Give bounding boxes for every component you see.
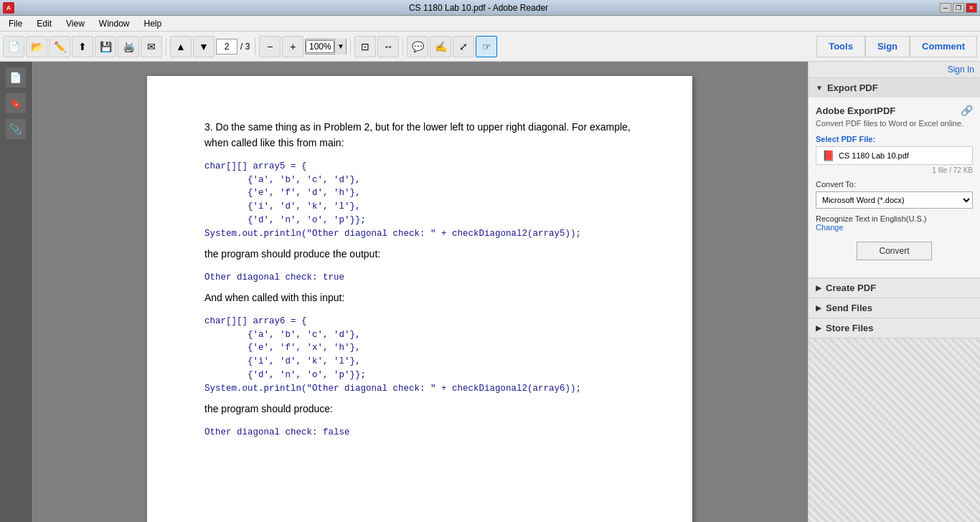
panel-empty-area bbox=[809, 338, 980, 522]
sign-tab[interactable]: Sign bbox=[865, 36, 910, 57]
save-button[interactable]: 💾 bbox=[95, 36, 116, 57]
create-pdf-label: Create PDF bbox=[826, 283, 876, 293]
page-separator: / 3 bbox=[239, 42, 251, 52]
pages-panel-icon[interactable]: 📄 bbox=[6, 67, 26, 87]
pdf-paragraph-2: the program should produce the output: bbox=[204, 246, 635, 262]
zoom-input[interactable] bbox=[306, 40, 334, 53]
convert-to-select[interactable]: Microsoft Word (*.docx) Microsoft Excel … bbox=[816, 191, 973, 209]
menu-file[interactable]: File bbox=[3, 17, 28, 30]
pdf-file-info: 1 file / 72 KB bbox=[816, 166, 973, 174]
pdf-viewer-area[interactable]: 3. Do the same thing as in Problem 2, bu… bbox=[32, 62, 808, 522]
store-files-arrow: ▶ bbox=[816, 324, 821, 332]
zoom-control: ▼ bbox=[305, 39, 347, 54]
toolbar: 📄 📂 ✏️ ⬆ 💾 🖨️ ✉ ▲ ▼ / 3 − + ▼ ⊡ ↔ 💬 ✍ ⤢ … bbox=[0, 32, 980, 62]
page-number-input[interactable] bbox=[216, 39, 237, 54]
menu-view[interactable]: View bbox=[60, 17, 90, 30]
send-files-arrow: ▶ bbox=[816, 304, 821, 312]
main-area: 📄 🔖 📎 3. Do the same thing as in Problem… bbox=[0, 62, 980, 522]
store-files-section[interactable]: ▶ Store Files bbox=[809, 318, 980, 338]
create-button[interactable]: 📄 bbox=[3, 36, 24, 57]
prev-page-button[interactable]: ▲ bbox=[170, 36, 192, 57]
comment-button[interactable]: 💬 bbox=[407, 36, 428, 57]
email-button[interactable]: ✉ bbox=[141, 36, 162, 57]
export-pdf-title: Export PDF bbox=[827, 82, 878, 93]
pdf-paragraph-1: 3. Do the same thing as in Problem 2, bu… bbox=[204, 119, 635, 151]
export-pdf-desc: Convert PDF files to Word or Excel onlin… bbox=[816, 119, 973, 128]
sign-in-bar[interactable]: Sign In bbox=[809, 62, 980, 78]
pdf-paragraph-3: And when called with this input: bbox=[204, 290, 635, 305]
markup-button[interactable]: ✍ bbox=[430, 36, 451, 57]
window-title: CS 1180 Lab 10.pdf - Adobe Reader bbox=[17, 3, 940, 13]
zoom-out-button[interactable]: − bbox=[259, 36, 281, 57]
send-files-section[interactable]: ▶ Send Files bbox=[809, 298, 980, 318]
export-pdf-section: ▼ Export PDF Adobe ExportPDF 🔗 Convert P… bbox=[809, 78, 980, 278]
pdf-code-2: Other diagonal check: true bbox=[204, 271, 635, 285]
create-pdf-arrow: ▶ bbox=[816, 284, 821, 292]
select-pdf-label[interactable]: Select PDF File: bbox=[816, 135, 973, 143]
close-button[interactable]: ✕ bbox=[966, 3, 977, 13]
right-panel: Sign In ▼ Export PDF Adobe ExportPDF 🔗 C… bbox=[808, 62, 980, 522]
change-link[interactable]: Change bbox=[816, 223, 973, 232]
print-button[interactable]: 🖨️ bbox=[118, 36, 139, 57]
app-icon: A bbox=[3, 2, 14, 14]
attachments-icon[interactable]: 📎 bbox=[6, 119, 26, 139]
pdf-code-4: Other diagonal check: false bbox=[204, 426, 635, 440]
menu-help[interactable]: Help bbox=[138, 17, 168, 30]
fit-page-button[interactable]: ⊡ bbox=[354, 36, 376, 57]
page-nav: / 3 bbox=[216, 39, 251, 54]
export-service-name: Adobe ExportPDF 🔗 bbox=[816, 105, 973, 116]
zoom-dropdown-arrow[interactable]: ▼ bbox=[334, 39, 346, 54]
title-bar: A CS 1180 Lab 10.pdf - Adobe Reader ─ ❐ … bbox=[0, 0, 980, 16]
export-pdf-content: Adobe ExportPDF 🔗 Convert PDF files to W… bbox=[809, 98, 980, 277]
separator-1 bbox=[166, 38, 166, 55]
bookmarks-icon[interactable]: 🔖 bbox=[6, 93, 26, 113]
expand-button[interactable]: ⤢ bbox=[453, 36, 474, 57]
pdf-code-1: char[][] array5 = { {'a', 'b', 'c', 'd'}… bbox=[204, 160, 635, 241]
minimize-button[interactable]: ─ bbox=[940, 3, 951, 13]
separator-3 bbox=[350, 38, 351, 55]
panel-tabs: Tools Sign Comment bbox=[816, 36, 977, 57]
next-page-button[interactable]: ▼ bbox=[193, 36, 215, 57]
window-controls: ─ ❐ ✕ bbox=[940, 3, 977, 13]
fit-width-button[interactable]: ↔ bbox=[377, 36, 399, 57]
separator-2 bbox=[255, 38, 255, 55]
export-service-link-icon[interactable]: 🔗 bbox=[961, 105, 973, 116]
send-button[interactable]: ⬆ bbox=[72, 36, 93, 57]
export-pdf-arrow: ▼ bbox=[816, 84, 823, 92]
open-button[interactable]: 📂 bbox=[26, 36, 47, 57]
menu-bar: File Edit View Window Help bbox=[0, 16, 980, 32]
zoom-in-button[interactable]: + bbox=[282, 36, 303, 57]
separator-4 bbox=[402, 38, 403, 55]
edit-button[interactable]: ✏️ bbox=[49, 36, 70, 57]
pdf-paragraph-4: the program should produce: bbox=[204, 401, 635, 417]
send-files-label: Send Files bbox=[826, 303, 872, 313]
convert-to-label: Convert To: bbox=[816, 180, 973, 189]
pdf-file-name: CS 1180 Lab 10.pdf bbox=[839, 151, 966, 160]
tools-tab[interactable]: Tools bbox=[816, 36, 865, 57]
comment-tab[interactable]: Comment bbox=[910, 36, 977, 57]
cursor-button[interactable]: ☞ bbox=[476, 36, 497, 57]
export-pdf-header[interactable]: ▼ Export PDF bbox=[809, 78, 980, 98]
store-files-label: Store Files bbox=[826, 323, 873, 333]
restore-button[interactable]: ❐ bbox=[953, 3, 964, 13]
create-pdf-section[interactable]: ▶ Create PDF bbox=[809, 278, 980, 298]
recognize-text: Recognize Text in English(U.S.) Change bbox=[816, 214, 973, 232]
pdf-code-3: char[][] array6 = { {'a', 'b', 'c', 'd'}… bbox=[204, 315, 635, 396]
convert-button[interactable]: Convert bbox=[857, 242, 931, 260]
pdf-file-item: 📕 CS 1180 Lab 10.pdf bbox=[816, 146, 973, 165]
pdf-page: 3. Do the same thing as in Problem 2, bu… bbox=[147, 76, 692, 522]
menu-edit[interactable]: Edit bbox=[31, 17, 57, 30]
menu-window[interactable]: Window bbox=[93, 17, 136, 30]
pdf-file-icon: 📕 bbox=[822, 150, 834, 161]
left-sidebar: 📄 🔖 📎 bbox=[0, 62, 32, 522]
